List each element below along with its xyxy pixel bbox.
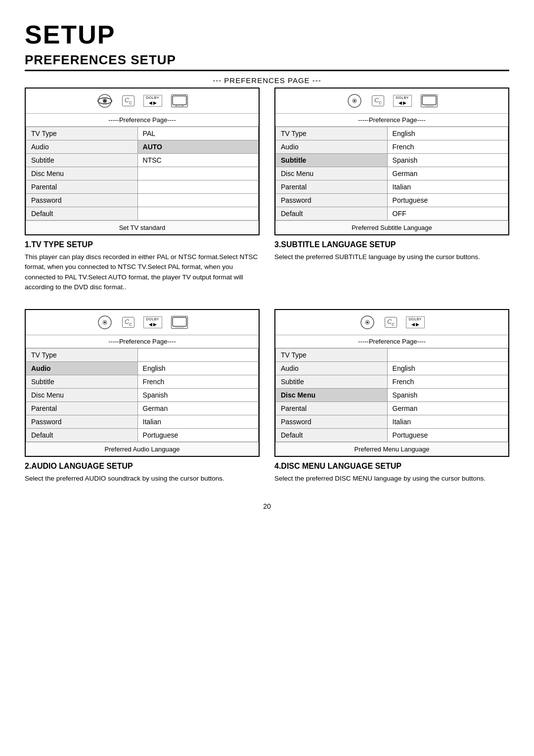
table-row: Password Italian bbox=[26, 415, 259, 429]
pref-page-subtitle-1: -----Preference Page---- bbox=[26, 114, 259, 127]
cc-icon-3: Cc bbox=[122, 317, 134, 328]
section3-title: 3.SUBTITLE LANGUAGE SETUP bbox=[274, 240, 509, 249]
dolby-icon-4: DOLBY ◀ ▶ bbox=[406, 316, 425, 328]
dvd-icons-1: Cc DOLBY ◀ ▶ bbox=[26, 89, 259, 114]
table-row: Audio English bbox=[26, 362, 259, 375]
table-row: Audio French bbox=[276, 140, 508, 154]
svg-rect-15 bbox=[422, 96, 436, 105]
table-row: Subtitle French bbox=[26, 375, 259, 389]
table-row: Parental German bbox=[26, 402, 259, 415]
dolby-icon-3: DOLBY ◀ ▶ bbox=[143, 316, 162, 328]
table-row: Disc Menu Spanish bbox=[26, 389, 259, 402]
disc-icon-2 bbox=[346, 92, 363, 109]
table-row: TV Type bbox=[276, 349, 508, 362]
section4-body: Select the preferred DISC MENU language … bbox=[274, 474, 509, 484]
table-row: Subtitle NTSC bbox=[26, 154, 259, 167]
table-row: Subtitle Spanish bbox=[276, 154, 508, 167]
table-row: Disc Menu bbox=[26, 167, 259, 180]
section3-body: Select the preferred SUBTITLE language b… bbox=[274, 252, 509, 262]
panel3-footer: Preferred Audio Language bbox=[26, 442, 259, 456]
svg-point-14 bbox=[354, 100, 356, 102]
svg-point-19 bbox=[104, 321, 106, 323]
dolby-icon-2: DOLBY ◀ ▶ bbox=[393, 95, 412, 106]
page-title: SETUP bbox=[25, 20, 509, 49]
dvd-icons-3: Cc DOLBY ◀ ▶ bbox=[26, 310, 259, 335]
table-row: Password bbox=[26, 194, 259, 207]
table-row: Audio AUTO bbox=[26, 140, 259, 154]
table-row: Audio English bbox=[276, 362, 508, 375]
table-row: Default OFF bbox=[276, 207, 508, 221]
panel3: Cc DOLBY ◀ ▶ -----Preference Page---- TV… bbox=[25, 309, 260, 490]
table-row: Parental Italian bbox=[276, 180, 508, 194]
page-number: 20 bbox=[25, 502, 509, 510]
pref-page-subtitle-3: -----Preference Page---- bbox=[26, 335, 259, 348]
panel4-footer: Preferred Menu Language bbox=[275, 442, 508, 456]
dvd-icons-4: Cc DOLBY ◀ ▶ bbox=[275, 310, 508, 335]
disc-icon-4 bbox=[359, 314, 376, 331]
panel1: Cc DOLBY ◀ ▶ -----Preference Page---- bbox=[25, 88, 260, 299]
table-row: Default Portuguese bbox=[26, 429, 259, 442]
screen-icon bbox=[171, 94, 188, 107]
screen-icon-3 bbox=[171, 316, 188, 329]
table-row: TV Type bbox=[26, 349, 259, 362]
panel2-footer: Preferred Subtitle Language bbox=[275, 221, 508, 234]
cc-icon-4: Cc bbox=[385, 317, 397, 328]
svg-point-7 bbox=[104, 100, 106, 102]
section2-title: 2.AUDIO LANGUAGE SETUP bbox=[25, 462, 260, 471]
table-row: Password Portuguese bbox=[276, 194, 508, 207]
table-row: Default Portuguese bbox=[276, 429, 508, 442]
svg-rect-8 bbox=[173, 96, 186, 105]
table-row: TV Type PAL bbox=[26, 127, 259, 140]
section-title: PREFERENCES SETUP bbox=[25, 52, 509, 71]
svg-point-24 bbox=[366, 321, 368, 323]
pref-page-subtitle-2: -----Preference Page---- bbox=[275, 114, 508, 127]
svg-rect-20 bbox=[173, 317, 186, 326]
table-row: Default bbox=[26, 207, 259, 221]
table-row: Parental bbox=[26, 180, 259, 194]
panel4: Cc DOLBY ◀ ▶ -----Preference Page---- TV… bbox=[274, 309, 509, 490]
section1-title: 1.TV TYPE SETUP bbox=[25, 240, 260, 249]
pref-page-label: --- PREFERENCES PAGE --- bbox=[25, 76, 509, 85]
section1-body: This player can play discs recorded in e… bbox=[25, 252, 260, 292]
pref-page-subtitle-4: -----Preference Page---- bbox=[275, 335, 508, 348]
panel2: Cc DOLBY ◀ ▶ -----Preference Page---- TV… bbox=[274, 88, 509, 299]
pref-table-1: TV Type PAL Audio AUTO Subtitle NTSC Dis… bbox=[26, 127, 259, 221]
table-row: Parental German bbox=[276, 402, 508, 415]
screen-icon-2 bbox=[421, 94, 438, 107]
section2-body: Select the preferred AUDIO soundtrack by… bbox=[25, 474, 260, 484]
disc-icon-3 bbox=[96, 314, 113, 331]
pref-table-2: TV Type English Audio French Subtitle Sp… bbox=[275, 127, 508, 221]
table-row: Password Italian bbox=[276, 415, 508, 429]
dvd-icons-2: Cc DOLBY ◀ ▶ bbox=[275, 89, 508, 114]
panel1-footer: Set TV standard bbox=[26, 221, 259, 234]
cc-icon-2: Cc bbox=[372, 95, 384, 106]
pref-table-4: TV Type Audio English Subtitle French Di… bbox=[275, 348, 508, 442]
section4-title: 4.DISC MENU LANGUAGE SETUP bbox=[274, 462, 509, 471]
dolby-icon: DOLBY ◀ ▶ bbox=[143, 95, 162, 106]
table-row: Disc Menu German bbox=[276, 167, 508, 180]
pref-table-3: TV Type Audio English Subtitle French Di… bbox=[26, 348, 259, 442]
disc-icon bbox=[96, 92, 113, 109]
cc-icon: Cc bbox=[122, 95, 134, 106]
table-row: Disc Menu Spanish bbox=[276, 389, 508, 402]
table-row: Subtitle French bbox=[276, 375, 508, 389]
table-row: TV Type English bbox=[276, 127, 508, 140]
